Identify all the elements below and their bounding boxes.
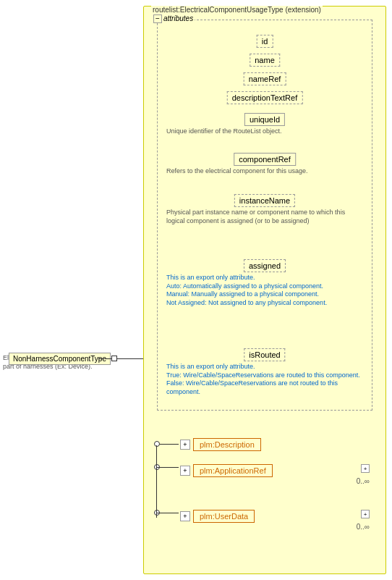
conn-line-vertical bbox=[156, 445, 157, 518]
extension-box: routelist:ElectricalComponentUsageType (… bbox=[143, 6, 386, 574]
attr-id: id bbox=[257, 35, 273, 48]
attr-componentref: componentRef bbox=[234, 153, 296, 166]
plm-applicationref-box: plm:ApplicationRef bbox=[193, 464, 273, 477]
plm-description-expand[interactable]: + bbox=[180, 440, 190, 450]
nonharness-conn-line bbox=[98, 358, 143, 359]
conn-dot-desc bbox=[154, 441, 160, 447]
attributes-label: attributes bbox=[162, 14, 195, 22]
diagram-container: routelist:ElectricalComponentUsageType (… bbox=[0, 0, 392, 580]
attr-nameref: nameRef bbox=[244, 72, 286, 85]
plm-applicationref-expand[interactable]: + bbox=[180, 466, 190, 476]
nonharness-box: NonHarnessComponentType bbox=[9, 353, 111, 365]
plm-userdata-mult: 0..∞ bbox=[357, 523, 370, 531]
attr-assigned: assigned bbox=[244, 259, 286, 272]
attr-name: name bbox=[250, 54, 280, 67]
attributes-box: − attributes id name nameRef description… bbox=[157, 20, 372, 411]
attr-uniqueid-desc: Unique identifier of the RouteList objec… bbox=[166, 127, 363, 136]
nonharness-conn-square bbox=[111, 356, 117, 361]
attr-uniqueid: uniqueId bbox=[244, 113, 285, 126]
conn-line-appref bbox=[157, 467, 179, 468]
plm-userdata-expand2[interactable]: + bbox=[361, 510, 370, 518]
conn-line-userdata bbox=[157, 513, 179, 513]
attr-isrouted: isRouted bbox=[244, 348, 285, 361]
attr-componentref-desc: Refers to the electrical component for t… bbox=[166, 167, 363, 176]
plm-userdata-expand[interactable]: + bbox=[180, 511, 190, 521]
plm-userdata-box: plm:UserData bbox=[193, 510, 255, 523]
left-box-wrapper: NonHarnessComponentType Electrical compo… bbox=[3, 353, 97, 371]
attr-instancename: instanceName bbox=[234, 194, 295, 207]
plm-applicationref-mult: 0..∞ bbox=[357, 477, 370, 485]
plm-applicationref-expand2[interactable]: + bbox=[361, 464, 370, 473]
plm-description-box: plm:Description bbox=[193, 438, 261, 451]
extension-title: routelist:ElectricalComponentUsageType (… bbox=[151, 6, 323, 14]
attr-assigned-desc: This is an export only attribute.Auto: A… bbox=[166, 274, 363, 308]
attr-instancename-desc: Physical part instance name or component… bbox=[166, 209, 363, 225]
attr-isrouted-desc: This is an export only attribute.True: W… bbox=[166, 363, 363, 397]
attributes-minus[interactable]: − bbox=[153, 14, 162, 23]
attr-descriptiontextref: descriptionTextRef bbox=[227, 91, 303, 104]
conn-line-desc bbox=[157, 444, 179, 445]
